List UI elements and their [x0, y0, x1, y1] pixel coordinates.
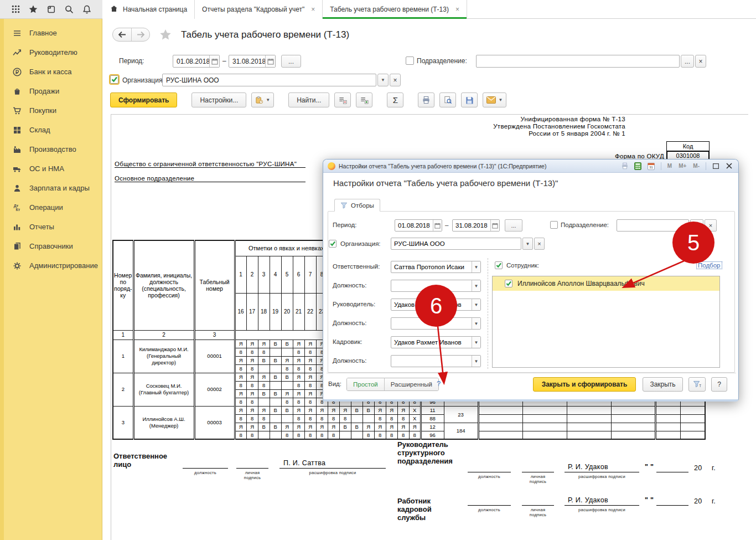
org-checkbox[interactable] [110, 75, 118, 84]
chevron-down-icon[interactable]: ▼ [472, 261, 480, 272]
preview-button[interactable] [439, 92, 456, 107]
sidebar-item-trend[interactable]: Руководителю [4, 43, 102, 62]
field-input-6[interactable]: ▼ [391, 355, 481, 367]
period-label: Период: [333, 222, 357, 228]
dialog-titlebar[interactable]: Настройки отчета "Табель учета рабочего … [323, 160, 738, 173]
table-cell: Номер по поряд-ку [113, 240, 133, 330]
filter-settings-button[interactable]: Т [688, 377, 706, 392]
expand-groups-button[interactable] [356, 92, 372, 107]
email-button[interactable]: ▼ [483, 92, 506, 107]
chevron-down-icon[interactable]: ▼ [472, 280, 480, 291]
sidebar-item-production[interactable]: Производство [4, 140, 102, 159]
chevron-down-icon[interactable]: ▼ [472, 318, 480, 329]
date-to-input[interactable]: 31.08.2018 [229, 55, 276, 68]
field-input-5[interactable]: Удаков Рахмет Иванов▼ [391, 336, 481, 348]
print-button[interactable] [418, 92, 434, 107]
employee-item-checkbox[interactable] [505, 280, 512, 287]
print-icon[interactable] [620, 162, 630, 171]
sidebar-item-menu[interactable]: Главное [4, 23, 102, 43]
table-cell [339, 431, 351, 439]
maximize-icon[interactable] [711, 162, 721, 171]
org-dropdown-button[interactable]: ▼ [522, 238, 533, 250]
org-clear-button[interactable]: × [390, 74, 401, 86]
notifications-icon[interactable] [81, 4, 92, 15]
calendar-icon[interactable]: 31 [646, 162, 656, 171]
find-button[interactable]: Найти... [288, 92, 329, 107]
chevron-down-icon[interactable]: ▼ [472, 356, 480, 367]
sidebar-item-salary[interactable]: Зарплата и кадры [4, 178, 102, 198]
help-button[interactable]: ? [711, 377, 727, 392]
close-tab-icon[interactable]: × [455, 6, 459, 13]
subdivision-checkbox[interactable] [406, 56, 414, 65]
favorites-icon[interactable] [28, 4, 39, 15]
date-from-input[interactable]: 01.08.2018 [173, 55, 220, 68]
history-icon[interactable] [45, 4, 56, 15]
sales-icon [12, 86, 22, 96]
calculator-icon[interactable] [633, 162, 643, 171]
apps-icon[interactable] [10, 4, 21, 15]
subdivision-clear-button[interactable]: × [695, 55, 706, 68]
memory-mminus-button[interactable]: M- [691, 163, 701, 169]
view-extended-button[interactable]: Расширенный [384, 378, 438, 390]
calendar-icon[interactable] [433, 220, 442, 231]
org-clear-button[interactable]: × [534, 238, 545, 250]
field-input-1[interactable]: Саттва Протопоп Исаки▼ [391, 261, 481, 273]
org-input[interactable]: РУС-ШИНА ООО [391, 238, 521, 250]
sidebar-item-admin[interactable]: Администрирование [4, 256, 102, 275]
favorite-star-icon[interactable] [159, 28, 172, 42]
tab-filters[interactable]: Отборы [334, 199, 380, 212]
close-button[interactable]: Закрыть [643, 377, 683, 392]
table-cell: В [270, 389, 281, 398]
subdivision-more-button[interactable]: ... [681, 55, 694, 68]
date-to-input[interactable]: 31.08.2018 [452, 219, 500, 232]
settings-button[interactable]: Настройки... [191, 92, 246, 107]
forward-button[interactable] [131, 28, 149, 41]
date-from-input[interactable]: 01.08.2018 [395, 219, 442, 232]
generate-button[interactable]: Сформировать [110, 92, 177, 107]
table-cell [270, 381, 281, 389]
subdivision-checkbox[interactable] [550, 221, 558, 229]
tab-1[interactable]: Начальная страница [102, 0, 195, 19]
close-tab-icon[interactable]: × [311, 6, 315, 13]
collapse-groups-button[interactable] [334, 92, 351, 107]
tab-3[interactable]: Табель учета рабочего времени (Т-13)× [323, 0, 467, 19]
employee-list[interactable]: Иллинойсов Аполлон Шварцваальфович [492, 276, 720, 368]
chevron-down-icon[interactable]: ▼ [472, 299, 480, 310]
sidebar-item-warehouse[interactable]: Склад [4, 120, 102, 140]
sidebar-item-reports[interactable]: Отчеты [4, 217, 102, 236]
sig-name: Р. И. Удаков [568, 463, 608, 471]
save-button[interactable] [461, 92, 478, 107]
employee-list-item[interactable]: Иллинойсов Аполлон Шварцваальфович [493, 276, 719, 291]
search-icon[interactable] [64, 4, 75, 15]
sidebar-item-assets[interactable]: ОС и НМА [4, 159, 102, 178]
sidebar-item-sales[interactable]: Продажи [4, 81, 102, 101]
close-icon[interactable] [724, 162, 734, 171]
table-cell: 8 [258, 414, 270, 423]
sidebar-item-purchases[interactable]: Покупки [4, 101, 102, 120]
back-button[interactable] [113, 28, 131, 41]
close-and-generate-button[interactable]: Закрыть и сформировать [533, 377, 636, 392]
sidebar-item-bank[interactable]: Банк и касса [4, 62, 102, 81]
memory-mplus-button[interactable]: M+ [677, 163, 688, 169]
org-dropdown-button[interactable]: ▼ [377, 74, 389, 86]
calendar-icon[interactable] [209, 55, 219, 67]
pick-link[interactable]: Подбор [696, 261, 722, 269]
copy-settings-button[interactable]: ▼ [251, 92, 274, 107]
calendar-icon[interactable] [265, 55, 275, 67]
sidebar-item-catalogs[interactable]: Справочники [4, 236, 102, 256]
view-help-link[interactable]: ? [437, 379, 441, 388]
employee-checkbox[interactable] [495, 261, 503, 269]
sum-button[interactable]: Σ [387, 92, 403, 107]
period-more-button[interactable]: ... [281, 55, 301, 68]
period-more-button[interactable]: ... [505, 219, 522, 232]
sig-line [522, 472, 554, 472]
org-checkbox[interactable] [329, 240, 336, 248]
org-input[interactable]: РУС-ШИНА ООО [162, 74, 376, 86]
calendar-icon[interactable] [490, 220, 499, 231]
memory-m-button[interactable]: M [666, 163, 674, 169]
chevron-down-icon[interactable]: ▼ [472, 337, 480, 348]
view-simple-button[interactable]: Простой [347, 378, 384, 390]
tab-2[interactable]: Отчеты раздела "Кадровый учет"× [195, 0, 323, 19]
subdivision-input[interactable] [476, 55, 680, 68]
sidebar-item-operations[interactable]: Дт КтОперации [4, 198, 102, 217]
